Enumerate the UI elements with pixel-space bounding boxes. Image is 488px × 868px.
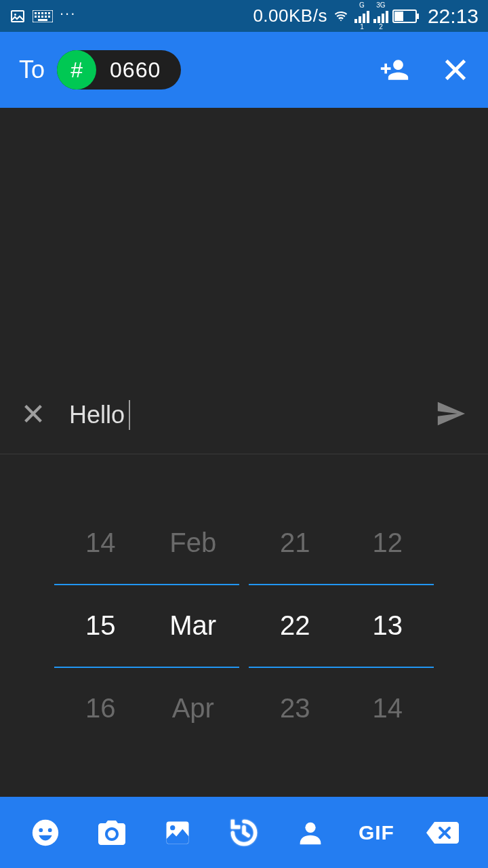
svg-rect-10 [41, 16, 43, 18]
send-button[interactable] [435, 398, 466, 432]
more-notifications-icon: ··· [60, 5, 76, 22]
minute-selected[interactable]: 13 [342, 585, 434, 667]
clear-input-button[interactable] [22, 402, 45, 428]
android-status-bar: ··· 0.00KB/s G 1 3G 2 22:13 [0, 0, 488, 32]
gallery-button[interactable] [144, 797, 211, 868]
svg-rect-5 [41, 12, 43, 14]
time-picker-group: 21 12 22 13 23 14 [249, 502, 434, 749]
compose-header: To # 0660 [0, 32, 488, 108]
svg-rect-0 [12, 11, 24, 22]
schedule-button[interactable] [211, 797, 277, 868]
date-picker-group: 14 Feb 15 Mar 16 Apr [54, 502, 239, 749]
minute-next[interactable]: 14 [342, 668, 434, 749]
svg-point-19 [48, 828, 52, 832]
message-text: Hello [69, 401, 125, 429]
hour-prev[interactable]: 21 [249, 502, 342, 584]
svg-rect-13 [38, 19, 47, 21]
signal-2-icon: 3G 2 [373, 2, 388, 31]
day-prev[interactable]: 14 [54, 502, 147, 584]
datetime-picker: 14 Feb 15 Mar 16 Apr 21 12 [0, 454, 488, 797]
svg-rect-16 [417, 14, 419, 19]
emoji-button[interactable] [12, 797, 79, 868]
add-contact-button[interactable] [380, 55, 409, 85]
svg-point-18 [39, 828, 43, 832]
svg-rect-11 [45, 16, 47, 18]
signal-1-icon: G 1 [354, 2, 369, 31]
text-cursor [129, 400, 130, 430]
hour-next[interactable]: 23 [249, 668, 342, 749]
hour-selected[interactable]: 22 [249, 585, 342, 667]
month-selected[interactable]: Mar [147, 585, 240, 667]
day-selected[interactable]: 15 [54, 585, 147, 667]
keyboard-notification-icon [33, 10, 53, 22]
wifi-icon [331, 9, 350, 24]
minute-prev[interactable]: 12 [342, 502, 434, 584]
attachment-toolbar: GIF [0, 797, 488, 868]
backspace-button[interactable] [409, 797, 476, 868]
hash-icon: # [57, 50, 96, 90]
message-input[interactable]: Hello [69, 400, 411, 430]
gif-button[interactable]: GIF [344, 797, 410, 868]
svg-point-17 [33, 819, 58, 845]
svg-rect-3 [35, 12, 37, 14]
svg-point-22 [170, 825, 175, 830]
svg-rect-8 [35, 16, 37, 18]
svg-rect-4 [38, 12, 40, 14]
close-button[interactable] [442, 56, 469, 83]
svg-point-23 [305, 822, 315, 832]
month-prev[interactable]: Feb [147, 502, 240, 584]
message-input-row: Hello [0, 376, 488, 454]
camera-button[interactable] [79, 797, 145, 868]
svg-point-1 [14, 14, 16, 16]
svg-rect-12 [48, 16, 50, 18]
clock: 22:13 [428, 5, 479, 28]
battery-icon [392, 9, 420, 23]
recipient-chip[interactable]: # 0660 [57, 50, 181, 90]
month-next[interactable]: Apr [147, 668, 240, 749]
svg-rect-9 [38, 16, 40, 18]
network-speed: 0.00KB/s [253, 5, 327, 26]
to-label: To [19, 56, 45, 84]
recipient-number: 0660 [110, 58, 161, 83]
conversation-area[interactable] [0, 108, 488, 376]
svg-rect-7 [48, 12, 50, 14]
contact-button[interactable] [277, 797, 344, 868]
svg-point-20 [108, 830, 116, 838]
day-next[interactable]: 16 [54, 668, 147, 749]
svg-rect-6 [45, 12, 47, 14]
gif-label: GIF [359, 821, 394, 844]
image-notification-icon [9, 8, 26, 24]
svg-rect-15 [394, 12, 403, 21]
